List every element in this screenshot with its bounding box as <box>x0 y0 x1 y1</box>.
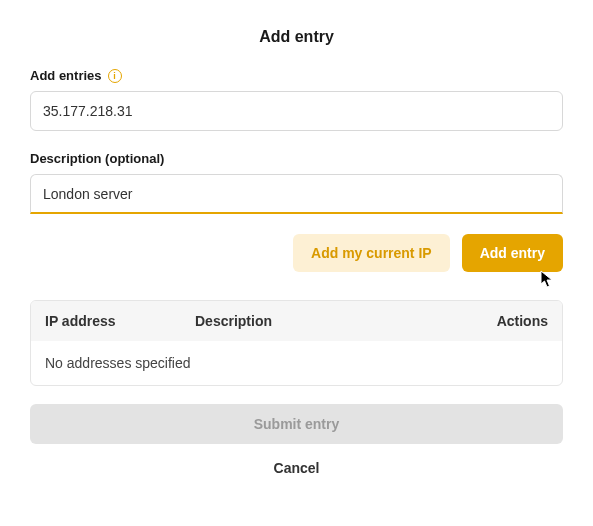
table-header-actions: Actions <box>468 313 548 329</box>
submit-entry-button[interactable]: Submit entry <box>30 404 563 444</box>
table-header-row: IP address Description Actions <box>31 301 562 341</box>
entries-label-text: Add entries <box>30 68 102 83</box>
entries-table: IP address Description Actions No addres… <box>30 300 563 386</box>
entries-field-group: Add entries i <box>30 68 563 131</box>
action-button-row: Add my current IP Add entry <box>30 234 563 272</box>
cancel-button[interactable]: Cancel <box>30 460 563 476</box>
add-current-ip-button[interactable]: Add my current IP <box>293 234 450 272</box>
description-label-text: Description (optional) <box>30 151 164 166</box>
entries-label: Add entries i <box>30 68 563 83</box>
table-header-ip: IP address <box>45 313 195 329</box>
table-header-description: Description <box>195 313 468 329</box>
entries-input[interactable] <box>30 91 563 131</box>
table-empty-message: No addresses specified <box>31 341 562 385</box>
description-label: Description (optional) <box>30 151 563 166</box>
add-entry-button[interactable]: Add entry <box>462 234 563 272</box>
description-input[interactable] <box>30 174 563 214</box>
dialog-title: Add entry <box>30 28 563 46</box>
description-field-group: Description (optional) <box>30 151 563 214</box>
info-icon[interactable]: i <box>108 69 122 83</box>
cursor-icon <box>540 270 558 294</box>
